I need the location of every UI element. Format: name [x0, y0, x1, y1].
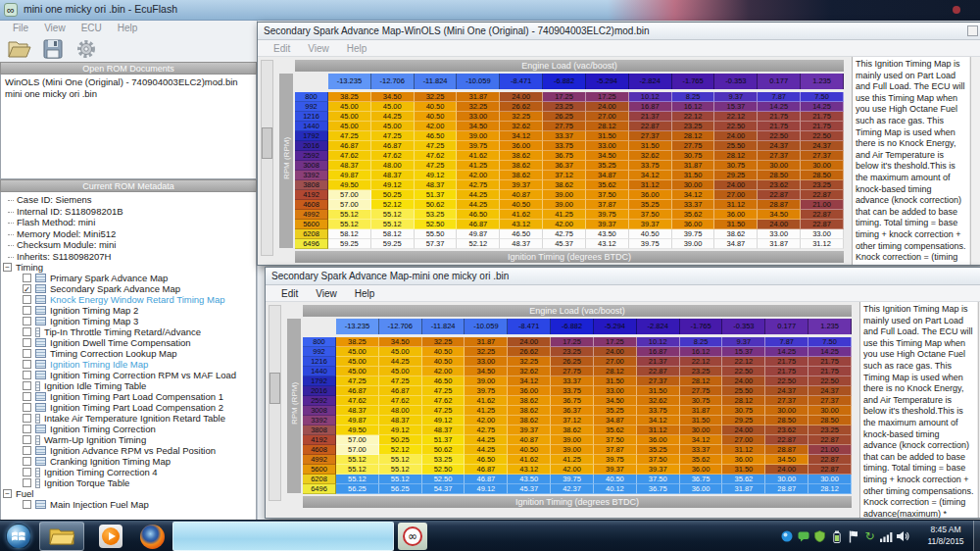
- map-cell[interactable]: 36.00: [508, 386, 551, 396]
- load-axis-cell[interactable]: -10.059: [465, 319, 508, 334]
- main-window-titlebar[interactable]: ∞ mini one micky ori .bin - EcuFlash: [0, 0, 980, 21]
- map-cell[interactable]: 39.00: [551, 445, 594, 455]
- map-cell[interactable]: 32.62: [500, 122, 543, 131]
- map-cell[interactable]: 46.50: [465, 455, 508, 465]
- map-cell[interactable]: 36.75: [637, 484, 680, 494]
- map-cell[interactable]: 16.12: [672, 102, 715, 112]
- map-cell[interactable]: 34.87: [586, 171, 629, 180]
- map-checkbox[interactable]: [23, 295, 31, 304]
- map-cell[interactable]: 23.25: [551, 347, 594, 357]
- map-cell[interactable]: 24.00: [714, 180, 758, 190]
- window-scroll-area[interactable]: [970, 57, 980, 265]
- map-cell[interactable]: 47.25: [422, 406, 466, 416]
- map-cell[interactable]: 33.75: [543, 141, 586, 151]
- map-cell[interactable]: 48.00: [379, 406, 422, 416]
- map-cell[interactable]: 22.87: [808, 435, 852, 445]
- map-cell[interactable]: 45.37: [508, 484, 551, 494]
- rpm-axis-cell[interactable]: 6496: [295, 239, 328, 249]
- map-cell[interactable]: 49.12: [415, 171, 458, 180]
- tree-item-label[interactable]: Ignition Timing Correction RPM vs MAF Lo…: [50, 370, 236, 380]
- map-cell[interactable]: 26.62: [500, 102, 543, 112]
- rpm-axis-cell[interactable]: 3008: [303, 406, 336, 416]
- map-cell[interactable]: 45.00: [336, 347, 379, 357]
- map-cell[interactable]: 25.50: [722, 386, 765, 396]
- map-cell[interactable]: 22.12: [672, 112, 715, 122]
- map-cell[interactable]: 43.12: [500, 220, 543, 229]
- map-cell[interactable]: 48.37: [422, 426, 466, 435]
- rpm-axis-cell[interactable]: 2592: [303, 396, 336, 406]
- map-cell[interactable]: 31.50: [594, 376, 637, 386]
- map-cell[interactable]: 16.12: [680, 347, 723, 357]
- tree-item-label[interactable]: Cranking Ignition Timing Map: [50, 456, 171, 467]
- load-axis-cell[interactable]: -12.706: [371, 74, 415, 89]
- map-cell[interactable]: 40.50: [500, 200, 543, 210]
- map-cell[interactable]: 45.37: [543, 239, 586, 249]
- map-cell[interactable]: 22.87: [801, 220, 844, 229]
- load-axis-cell[interactable]: -13.235: [336, 319, 379, 334]
- map-cell[interactable]: 37.50: [629, 210, 672, 220]
- rpm-axis-cell[interactable]: 4608: [303, 445, 336, 455]
- map-cell[interactable]: 38.62: [500, 171, 543, 180]
- tree-item[interactable]: Ignition Timing Correction RPM vs MAF Lo…: [1, 370, 256, 380]
- map-cell[interactable]: 43.12: [508, 465, 551, 475]
- load-axis-cell[interactable]: -10.059: [457, 74, 500, 89]
- load-axis-cell[interactable]: -2.824: [637, 319, 680, 334]
- map-cell[interactable]: 34.87: [594, 416, 637, 426]
- map-cell[interactable]: 25.50: [714, 141, 758, 151]
- map-cell[interactable]: 30.00: [765, 406, 808, 416]
- tree-item-label[interactable]: Tip-In Throttle Timing Retard/Advance: [44, 326, 201, 337]
- rpm-axis-cell[interactable]: 4992: [295, 210, 328, 220]
- map-cell[interactable]: 46.87: [465, 465, 508, 475]
- map-cell[interactable]: 47.62: [371, 151, 415, 161]
- map-cell[interactable]: 24.00: [765, 465, 808, 475]
- map-cell[interactable]: 46.87: [328, 141, 371, 151]
- map-checkbox[interactable]: [23, 478, 31, 487]
- map-cell[interactable]: 49.50: [328, 180, 371, 190]
- map-cell[interactable]: 41.62: [457, 151, 500, 161]
- map-cell[interactable]: 49.12: [379, 426, 422, 435]
- rpm-axis-cell[interactable]: 6496: [303, 484, 336, 494]
- map-cell[interactable]: 38.62: [543, 180, 586, 190]
- map-cell[interactable]: 48.37: [328, 161, 371, 171]
- load-axis-cell[interactable]: -13.235: [328, 74, 371, 89]
- map-cell[interactable]: 38.25: [328, 92, 371, 102]
- map-cell[interactable]: 36.75: [680, 475, 723, 484]
- map-cell[interactable]: 38.62: [508, 416, 551, 426]
- map-cell[interactable]: 32.62: [637, 396, 680, 406]
- rpm-axis-cell[interactable]: 4192: [295, 190, 328, 200]
- tree-item[interactable]: Intake Air Temperature Ignition Retard T…: [1, 413, 256, 424]
- map-cell[interactable]: 26.25: [551, 357, 594, 367]
- map-cell[interactable]: 53.25: [422, 455, 466, 465]
- save-rom-floppy-icon[interactable]: [41, 38, 65, 60]
- map-cell[interactable]: 41.25: [457, 161, 500, 171]
- map-cell[interactable]: 44.25: [465, 445, 508, 455]
- map-cell[interactable]: 22.87: [801, 190, 844, 200]
- map-cell[interactable]: 36.00: [680, 484, 723, 494]
- load-axis-cell[interactable]: 0.177: [758, 74, 801, 89]
- map-cell[interactable]: 28.50: [765, 416, 808, 426]
- map-cell[interactable]: 33.00: [801, 229, 844, 239]
- map-cell[interactable]: 31.50: [637, 386, 680, 396]
- map-cell[interactable]: 34.50: [758, 210, 801, 220]
- map-cell[interactable]: 36.00: [672, 220, 715, 229]
- map-cell[interactable]: 28.12: [714, 151, 758, 161]
- map-cell[interactable]: 36.75: [551, 396, 594, 406]
- map-cell[interactable]: 41.25: [551, 455, 594, 465]
- map-cell[interactable]: 26.25: [543, 112, 586, 122]
- map-cell[interactable]: 36.37: [551, 406, 594, 416]
- map-cell[interactable]: 21.37: [637, 357, 680, 367]
- map-cell[interactable]: 37.87: [586, 200, 629, 210]
- map-cell[interactable]: 43.50: [508, 475, 551, 484]
- map-cell[interactable]: 55.12: [328, 210, 371, 220]
- map-cell[interactable]: 33.37: [543, 131, 586, 141]
- tree-item[interactable]: Ignition Timing Correction: [1, 424, 256, 434]
- rpm-axis-cell[interactable]: 2016: [303, 386, 336, 396]
- map-cell[interactable]: 45.00: [371, 122, 415, 131]
- map-cell[interactable]: 27.75: [672, 141, 715, 151]
- map-cell[interactable]: 52.12: [379, 445, 422, 455]
- map-cell[interactable]: 40.50: [594, 475, 637, 484]
- load-axis-cell[interactable]: -5.294: [594, 319, 637, 334]
- network-signal-icon[interactable]: [880, 530, 893, 543]
- action-center-flag-icon[interactable]: [847, 530, 859, 543]
- map-cell[interactable]: 46.50: [500, 229, 543, 239]
